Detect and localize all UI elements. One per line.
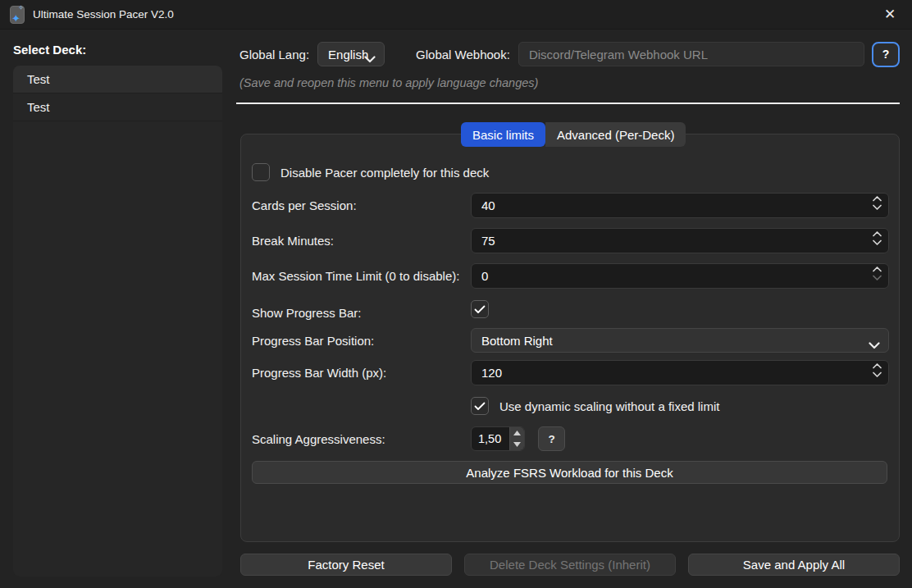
global-settings-row: Global Lang: English Global Webhook: ? [239, 41, 900, 67]
scaling-help-button[interactable]: ? [538, 426, 565, 451]
spin-arrows [873, 267, 882, 280]
basic-limits-panel: Disable Pacer completely for this deck C… [240, 134, 900, 542]
progress-bar-position-select[interactable]: Bottom Right [471, 328, 889, 353]
chevron-down-icon [869, 338, 880, 352]
app-icon: ✦ ✧ [10, 6, 25, 24]
global-webhook-label: Global Webhook: [416, 48, 510, 62]
tab-bar: Basic limits Advanced (Per-Deck) [461, 122, 686, 147]
title-bar: ✦ ✧ Ultimate Session Pacer V2.0 ✕ [0, 0, 912, 30]
cards-per-session-input[interactable] [472, 194, 888, 217]
triangle-up-icon [513, 431, 521, 435]
spin-arrows [873, 231, 882, 245]
disable-pacer-row: Disable Pacer completely for this deck [252, 163, 489, 181]
scaling-aggressiveness-input[interactable] [472, 427, 509, 450]
max-session-time-input[interactable] [472, 264, 888, 288]
global-lang-value: English [328, 48, 368, 62]
deck-list: Test Test [13, 66, 222, 577]
deck-list-item[interactable]: Test [13, 66, 222, 93]
save-and-apply-button[interactable]: Save and Apply All [688, 554, 900, 576]
dynamic-scaling-row: Use dynamic scaling without a fixed limi… [471, 397, 719, 415]
spin-up-icon[interactable] [873, 363, 882, 369]
max-session-time-spinbox[interactable] [471, 263, 889, 289]
progress-bar-width-label: Progress Bar Width (px): [252, 366, 386, 380]
spin-arrows [873, 363, 882, 377]
tab-advanced-per-deck[interactable]: Advanced (Per-Deck) [545, 122, 686, 147]
spin-down-icon[interactable] [873, 204, 882, 210]
close-icon[interactable]: ✕ [878, 2, 902, 27]
break-minutes-label: Break Minutes: [252, 234, 334, 248]
footer-button-row: Factory Reset Delete Deck Settings (Inhe… [240, 554, 900, 576]
sparkle-small-icon: ✧ [18, 5, 24, 11]
show-progress-bar-row [471, 300, 489, 318]
break-minutes-spinbox[interactable] [471, 228, 889, 253]
disable-pacer-checkbox[interactable] [252, 163, 270, 181]
tab-basic-limits[interactable]: Basic limits [461, 122, 545, 147]
progress-bar-position-label: Progress Bar Position: [252, 334, 374, 348]
cards-per-session-label: Cards per Session: [252, 198, 357, 212]
language-change-note: (Save and reopen this menu to apply lang… [239, 76, 538, 89]
disable-pacer-label: Disable Pacer completely for this deck [280, 166, 489, 180]
deck-list-item[interactable]: Test [13, 93, 222, 121]
delete-deck-settings-button: Delete Deck Settings (Inherit) [464, 554, 676, 576]
global-lang-select[interactable]: English [317, 42, 385, 66]
spin-down-icon[interactable] [873, 239, 882, 245]
webhook-help-button[interactable]: ? [872, 42, 900, 67]
show-progress-bar-label: Show Progress Bar: [252, 306, 361, 320]
horizontal-separator [236, 103, 900, 104]
break-minutes-input[interactable] [472, 229, 888, 253]
webhook-url-input[interactable] [518, 42, 864, 66]
show-progress-bar-checkbox[interactable] [471, 300, 489, 318]
spin-arrows [873, 196, 882, 210]
spin-up-icon[interactable] [873, 196, 882, 202]
window-title: Ultimate Session Pacer V2.0 [33, 8, 174, 21]
check-icon [474, 402, 486, 411]
progress-bar-position-value: Bottom Right [481, 334, 553, 348]
spin-down-icon-disabled [873, 275, 882, 280]
cards-per-session-spinbox[interactable] [471, 193, 889, 218]
spin-buttons [509, 427, 524, 450]
progress-bar-width-input[interactable] [472, 361, 888, 385]
spin-up-button[interactable] [510, 427, 524, 439]
chevron-down-icon [364, 52, 376, 66]
spin-down-button[interactable] [510, 439, 524, 450]
progress-bar-width-spinbox[interactable] [471, 360, 889, 385]
check-icon [474, 305, 486, 314]
spin-down-icon[interactable] [873, 371, 882, 377]
sparkle-icon: ✦ [11, 13, 21, 24]
scaling-aggressiveness-spinbox[interactable] [471, 426, 525, 451]
scaling-aggressiveness-label: Scaling Aggressiveness: [252, 432, 385, 446]
spin-up-icon[interactable] [873, 231, 882, 237]
dynamic-scaling-checkbox[interactable] [471, 397, 489, 415]
max-session-time-label: Max Session Time Limit (0 to disable): [252, 269, 459, 283]
spin-up-icon[interactable] [873, 267, 882, 272]
global-lang-label: Global Lang: [239, 48, 309, 62]
app-window: ✦ ✧ Ultimate Session Pacer V2.0 ✕ Select… [0, 0, 912, 588]
triangle-down-icon [513, 442, 521, 447]
analyze-fsrs-button[interactable]: Analyze FSRS Workload for this Deck [252, 461, 887, 484]
factory-reset-button[interactable]: Factory Reset [240, 554, 452, 576]
dynamic-scaling-label: Use dynamic scaling without a fixed limi… [499, 399, 719, 413]
select-deck-heading: Select Deck: [13, 43, 86, 57]
